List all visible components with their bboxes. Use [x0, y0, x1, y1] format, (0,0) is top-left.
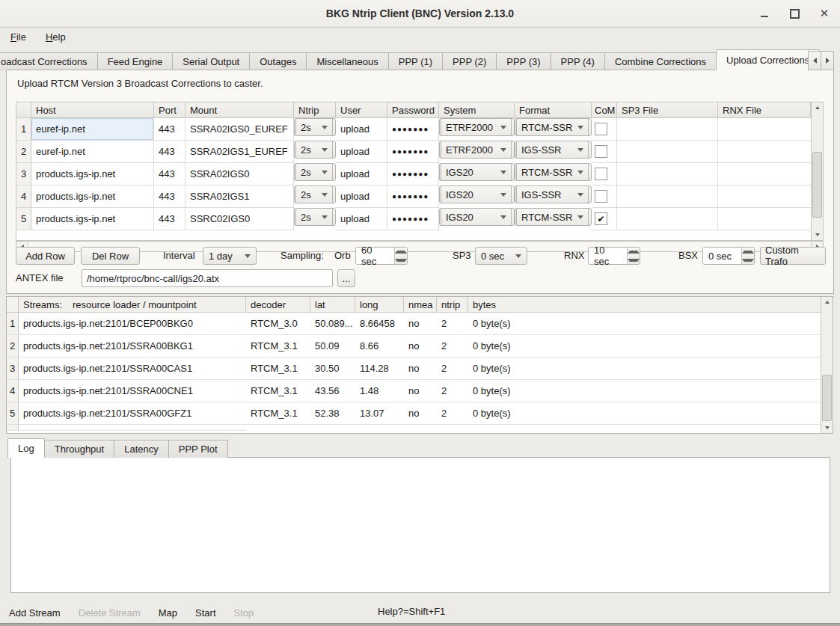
host-cell[interactable]: euref-ip.net	[31, 141, 154, 163]
sp3-dropdown[interactable]: 0 sec	[475, 247, 527, 265]
format-dropdown[interactable]: IGS-SSR	[515, 185, 592, 203]
sp3-cell[interactable]	[617, 118, 718, 141]
map-action[interactable]: Map	[159, 607, 177, 619]
format-dropdown[interactable]: IGS-SSR	[515, 141, 592, 159]
password-cell[interactable]: ●●●●●●●	[387, 163, 439, 185]
system-dropdown[interactable]: IGS20	[439, 163, 515, 181]
sp3-cell[interactable]	[617, 141, 718, 163]
tab-ppp-4[interactable]: PPP (4)	[551, 52, 605, 70]
port-cell[interactable]: 443	[154, 118, 186, 141]
stream-row[interactable]: 4products.igs-ip.net:2101/SSRA00CNE1RTCM…	[7, 380, 821, 402]
mount-cell[interactable]: SSRA02IGS1	[186, 185, 294, 208]
port-cell[interactable]: 443	[154, 141, 186, 163]
del-row-button[interactable]: Del Row	[81, 247, 140, 265]
tab-latency[interactable]: Latency	[114, 440, 169, 458]
tab-scroll-right-icon[interactable]	[821, 51, 834, 70]
ntrip-dropdown[interactable]: 2s	[294, 118, 336, 136]
ntrip-dropdown[interactable]: 2s	[294, 185, 336, 203]
orb-spinbox[interactable]: 60 sec	[355, 247, 408, 265]
mount-cell[interactable]: SSRC02IGS0	[186, 208, 294, 230]
rnx-cell[interactable]	[718, 208, 811, 230]
row-number[interactable]: 5	[16, 208, 31, 230]
host-cell[interactable]: products.igs-ip.net	[31, 208, 154, 230]
stream-row[interactable]: 3products.igs-ip.net:2101/SSRA00CAS1RTCM…	[7, 358, 821, 380]
row-number[interactable]: 3	[16, 163, 31, 185]
rnx-cell[interactable]	[718, 118, 811, 141]
close-icon[interactable]: ✕	[815, 4, 834, 23]
password-cell[interactable]: ●●●●●●●	[387, 118, 439, 141]
interval-dropdown[interactable]: 1 day	[203, 247, 257, 265]
mount-cell[interactable]: SSRA02IGS0	[186, 163, 294, 185]
tab-serial-output[interactable]: Serial Output	[172, 52, 250, 70]
tab-ppp-2[interactable]: PPP (2)	[442, 52, 497, 70]
start-action[interactable]: Start	[195, 607, 215, 619]
add-stream-action[interactable]: Add Stream	[9, 607, 61, 619]
browse-button[interactable]: ...	[337, 269, 355, 287]
port-cell[interactable]: 443	[154, 163, 186, 185]
stream-row[interactable]: 1products.igs-ip.net:2101/BCEP00BKG0RTCM…	[7, 313, 821, 335]
password-cell[interactable]: ●●●●●●●	[387, 208, 439, 230]
user-cell[interactable]: upload	[336, 163, 387, 185]
sp3-cell[interactable]	[617, 163, 718, 185]
user-cell[interactable]: upload	[336, 208, 387, 230]
log-output-area[interactable]	[10, 457, 830, 593]
com-checkbox[interactable]	[595, 145, 607, 158]
password-cell[interactable]: ●●●●●●●	[387, 141, 439, 163]
stream-row[interactable]: 2products.igs-ip.net:2101/SSRA00BKG1RTCM…	[7, 335, 821, 358]
system-dropdown[interactable]: ETRF2000	[439, 141, 515, 159]
tab-scroll-left-icon[interactable]	[808, 51, 821, 70]
user-cell[interactable]: upload	[336, 141, 387, 163]
tab-combine-corrections[interactable]: Combine Corrections	[604, 52, 717, 70]
host-cell[interactable]: euref-ip.net	[31, 118, 154, 141]
rnx-cell[interactable]	[718, 185, 811, 208]
port-cell[interactable]: 443	[154, 208, 186, 230]
minimize-icon[interactable]	[755, 4, 774, 23]
sp3-cell[interactable]	[617, 185, 718, 208]
add-row-button[interactable]: Add Row	[16, 247, 75, 265]
ntrip-dropdown[interactable]: 2s	[294, 208, 336, 226]
row-number[interactable]: 2	[16, 141, 31, 163]
tab-oadcast-corrections[interactable]: oadcast Corrections	[0, 52, 98, 70]
tab-outages[interactable]: Outages	[249, 52, 307, 70]
tab-log[interactable]: Log	[7, 438, 45, 458]
maximize-icon[interactable]	[785, 4, 804, 23]
tab-ppp-plot[interactable]: PPP Plot	[168, 440, 228, 458]
menu-file[interactable]: File	[7, 30, 29, 44]
user-cell[interactable]: upload	[336, 118, 387, 141]
antex-file-input[interactable]: /home/rtproc/bnc-call/igs20.atx	[82, 269, 333, 287]
spinner-arrows[interactable]	[627, 248, 640, 264]
tab-ppp-1[interactable]: PPP (1)	[388, 52, 443, 70]
tab-upload-corrections[interactable]: Upload Corrections	[716, 49, 820, 70]
host-cell[interactable]: products.igs-ip.net	[31, 163, 154, 185]
password-cell[interactable]: ●●●●●●●	[387, 185, 439, 208]
ntrip-dropdown[interactable]: 2s	[294, 141, 336, 159]
com-checkbox[interactable]	[595, 190, 607, 203]
format-dropdown[interactable]: RTCM-SSR	[515, 208, 592, 226]
ntrip-dropdown[interactable]: 2s	[294, 163, 336, 181]
system-dropdown[interactable]: IGS20	[439, 208, 515, 226]
rnx-cell[interactable]	[718, 141, 811, 163]
bsx-spinbox[interactable]: 0 sec	[702, 247, 755, 265]
user-cell[interactable]: upload	[336, 185, 387, 208]
system-dropdown[interactable]: ETRF2000	[439, 118, 515, 136]
mount-cell[interactable]: SSRA02IGS0_EUREF	[186, 118, 294, 141]
format-dropdown[interactable]: RTCM-SSR	[515, 118, 592, 136]
mount-cell[interactable]: SSRA02IGS1_EUREF	[186, 141, 294, 163]
menu-help[interactable]: Help	[43, 30, 69, 44]
rnx-cell[interactable]	[718, 163, 811, 185]
spinner-arrows[interactable]	[741, 248, 754, 264]
tab-feed-engine[interactable]: Feed Engine	[97, 52, 174, 70]
port-cell[interactable]: 443	[154, 185, 186, 208]
com-checkbox[interactable]	[595, 168, 607, 180]
rnx-spinbox[interactable]: 10 sec	[588, 247, 640, 265]
tab-throughput[interactable]: Throughput	[44, 440, 115, 458]
sp3-cell[interactable]	[617, 208, 718, 230]
com-checkbox[interactable]: ✔	[595, 212, 607, 225]
host-cell[interactable]: products.igs-ip.net	[31, 185, 154, 208]
row-number[interactable]: 1	[16, 118, 31, 141]
format-dropdown[interactable]: RTCM-SSR	[515, 163, 592, 181]
tab-ppp-3[interactable]: PPP (3)	[496, 52, 551, 70]
system-dropdown[interactable]: IGS20	[439, 185, 515, 203]
com-checkbox[interactable]	[595, 123, 607, 135]
tab-miscellaneous[interactable]: Miscellaneous	[306, 52, 388, 70]
